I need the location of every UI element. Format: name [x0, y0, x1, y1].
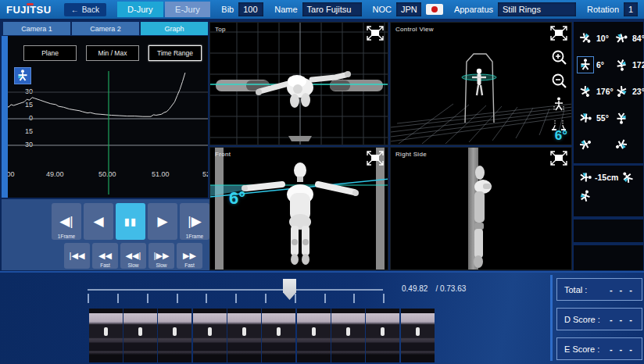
film-thumbnail[interactable]: [366, 309, 399, 362]
score-panel-divider: [550, 275, 553, 361]
expand-icon[interactable]: [367, 26, 384, 41]
step-back-icon: ◀|: [59, 213, 73, 230]
tab-e-jury[interactable]: E-Jury: [165, 2, 211, 17]
time-range-button[interactable]: Time Range: [148, 45, 202, 61]
measure-item[interactable]: 55°: [574, 105, 610, 131]
pose-icon: [576, 187, 594, 205]
pose-icon: [618, 167, 638, 187]
skip-to-start-icon: |◀◀: [70, 251, 85, 261]
right-side-scene: [391, 148, 572, 270]
e-score-box: E Score : - - -: [556, 337, 642, 360]
film-thumbnail[interactable]: [262, 309, 295, 362]
measure-item[interactable]: [610, 131, 643, 158]
pose-icon: [613, 30, 630, 47]
film-thumbnail[interactable]: [158, 309, 191, 362]
step-forward-frame-button[interactable]: |▶ 1Frame: [180, 203, 209, 240]
film-thumbnail[interactable]: [331, 309, 365, 362]
offset-value: -15cm: [595, 173, 618, 182]
control-view-scene: [391, 23, 572, 145]
rewind-fast-button[interactable]: ◀◀ Fast: [92, 243, 118, 269]
film-thumbnail[interactable]: [193, 309, 227, 362]
min-max-button[interactable]: Min / Max: [86, 45, 139, 61]
measure-item[interactable]: [574, 131, 610, 158]
expand-icon[interactable]: [550, 26, 567, 41]
measure-item-selected[interactable]: 6°: [574, 52, 610, 78]
rewind-slow-button[interactable]: ◀◀| Slow: [120, 243, 146, 269]
right-side-view-title: Right Side: [395, 151, 427, 158]
measure-item[interactable]: 172°: [610, 52, 643, 78]
timeline-track[interactable]: [88, 289, 383, 291]
top-bar: FUJITSU ← Back D-Jury E-Jury Bib 100 Nam…: [0, 0, 644, 19]
film-thumbnail[interactable]: [89, 309, 123, 362]
forward-slow-icon: |▶▶: [154, 251, 170, 261]
expand-icon[interactable]: [367, 151, 384, 166]
playback-panel: ◀| 1Frame ◀ ▮▮ ▶ |▶ 1Frame |◀◀ ◀◀ Fast ◀…: [2, 199, 209, 270]
control-view-title: Control View: [395, 26, 434, 33]
pose-icon: [578, 110, 593, 126]
graph-panel: Plane Min / Max Time Range 30 15 0 15 30…: [8, 36, 208, 198]
current-time: 0.49.82: [402, 284, 428, 293]
total-score-box: Total : - - -: [556, 278, 642, 301]
measure-item[interactable]: 84°: [610, 25, 643, 52]
d-score-box: D Score : - - -: [556, 308, 642, 330]
film-thumbnail[interactable]: [227, 309, 261, 362]
zoom-out-icon: [551, 73, 567, 89]
forward-fast-button[interactable]: ▶▶ Fast: [177, 243, 202, 269]
name-label: Name: [274, 5, 297, 14]
top-view-title: Top: [215, 26, 226, 33]
pose-icon: [614, 57, 630, 73]
pose-icon: [578, 170, 592, 184]
forward-fast-icon: ▶▶: [183, 251, 196, 261]
expand-icon[interactable]: [550, 151, 567, 166]
measure-item[interactable]: 23°: [610, 78, 643, 105]
control-view-panel: Control View 6°: [390, 22, 572, 145]
film-thumbnail[interactable]: [401, 309, 435, 362]
step-forward-icon: |▶: [188, 213, 202, 230]
play-button[interactable]: ▶: [148, 203, 177, 240]
pose-icon: [575, 28, 595, 48]
rotation-value: 1: [624, 2, 638, 16]
reset-figure-icon: [551, 96, 567, 112]
total-time: / 0.73.63: [435, 284, 466, 293]
control-angle-value: 6°: [555, 128, 567, 144]
tab-camera-1[interactable]: Camera 1: [3, 22, 70, 35]
pose-icon: [614, 111, 628, 125]
reset-figure-button[interactable]: [549, 95, 568, 113]
pose-icon: [576, 82, 596, 102]
pose-icon: [578, 58, 592, 72]
name-value: Taro Fujitsu: [302, 2, 362, 16]
tab-camera-2[interactable]: Camera 2: [72, 22, 139, 35]
film-thumbnail[interactable]: [123, 309, 157, 362]
pose-icon: [576, 135, 596, 155]
rewind-fast-icon: ◀◀: [98, 251, 112, 261]
rewind-slow-icon: ◀◀|: [126, 251, 141, 261]
play-reverse-button[interactable]: ◀: [84, 203, 113, 240]
bib-value: 100: [238, 2, 263, 16]
back-button[interactable]: ← Back: [64, 3, 106, 16]
apparatus-label: Apparatus: [454, 5, 493, 14]
noc-value: JPN: [396, 2, 421, 16]
skip-to-start-button[interactable]: |◀◀: [64, 243, 90, 269]
rotation-label: Rotation: [587, 5, 619, 14]
front-angle-value: 6°: [229, 188, 245, 209]
fujitsu-logo: FUJITSU: [6, 4, 52, 16]
forward-slow-button[interactable]: |▶▶ Slow: [148, 243, 174, 269]
measure-item[interactable]: [610, 105, 643, 131]
tab-d-jury[interactable]: D-Jury: [117, 2, 163, 17]
pause-button[interactable]: ▮▮: [116, 203, 145, 240]
step-back-frame-button[interactable]: ◀| 1Frame: [52, 203, 81, 240]
measure-item[interactable]: 10°: [574, 25, 610, 52]
plane-button[interactable]: Plane: [23, 45, 77, 61]
bib-label: Bib: [221, 5, 234, 14]
film-thumbnail[interactable]: [297, 309, 331, 362]
pose-icon: [612, 135, 631, 155]
tab-graph[interactable]: Graph: [141, 22, 208, 35]
pose-icon: [612, 82, 631, 102]
empty-panel-1: [574, 219, 643, 242]
right-side-view-panel: Right Side: [390, 147, 572, 270]
measure-item[interactable]: 176°: [574, 78, 610, 105]
apparatus-value: Still Rings: [498, 2, 576, 16]
zoom-in-button[interactable]: [549, 48, 568, 66]
angle-chart: [8, 71, 208, 196]
zoom-out-button[interactable]: [549, 71, 568, 90]
